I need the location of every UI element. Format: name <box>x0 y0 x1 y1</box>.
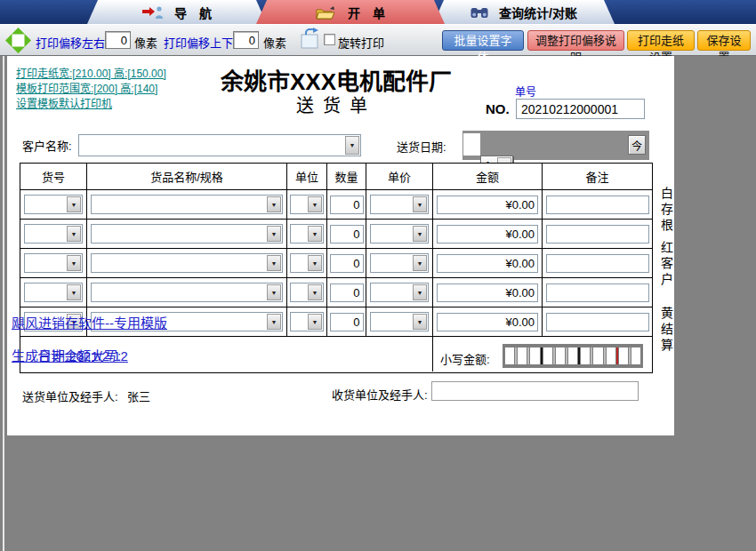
item-no-select[interactable] <box>24 283 83 302</box>
rotate-print-checkbox[interactable] <box>324 34 335 45</box>
col-header-amount: 金额 <box>433 164 543 190</box>
remark-input[interactable] <box>546 283 649 302</box>
customer-label: 客户名称: <box>22 137 72 154</box>
copy-label-yellow-settle: 黄结算 <box>657 307 675 355</box>
unit-price-select[interactable] <box>370 253 429 273</box>
tab-query-stats-label: 查询统计/对账 <box>499 4 577 21</box>
remark-input[interactable] <box>546 196 649 214</box>
tab-bar: 导航 开单 查询统计/对账 <box>0 0 756 24</box>
sender-label: 送货单位及经手人: <box>22 387 118 404</box>
adjust-offset-help-button[interactable]: 调整打印偏移说明 <box>527 30 624 51</box>
generated-date-text: 生成日期:2021/2/12 <box>12 346 128 364</box>
col-header-item-no: 货号 <box>20 164 87 190</box>
totals-right-cell: 小写金额: <box>433 337 652 371</box>
default-printer-link[interactable]: 设置模板默认打印机 <box>16 95 112 110</box>
remark-input[interactable] <box>546 254 649 273</box>
name-spec-select[interactable] <box>91 224 283 244</box>
toolbar: 打印偏移左右 像素 打印偏移上下 像素 旋转打印 批量设置字体 调整打印偏移说明… <box>0 24 756 56</box>
amount-input[interactable] <box>437 313 538 331</box>
delivery-date-label: 送货日期: <box>397 138 446 155</box>
chevron-down-icon <box>413 284 427 300</box>
remark-input[interactable] <box>546 313 649 331</box>
chevron-down-icon <box>267 226 281 242</box>
amount-input[interactable] <box>437 196 538 214</box>
chevron-down-icon <box>413 226 427 242</box>
offset-lr-label: 打印偏移左右 <box>36 34 105 51</box>
unit-select[interactable] <box>290 195 324 214</box>
copy-label-white-stub: 白存根 <box>657 187 675 235</box>
rotate-page-icon <box>300 28 323 54</box>
rotate-print-label: 旋转打印 <box>338 34 384 51</box>
amount-digit-strip <box>503 344 643 368</box>
unit-select[interactable] <box>290 253 324 273</box>
chevron-down-icon <box>267 314 281 330</box>
qty-input[interactable] <box>330 283 364 302</box>
chevron-down-icon <box>67 284 81 300</box>
unit-select[interactable] <box>290 312 324 331</box>
item-no-select[interactable] <box>24 253 83 273</box>
offset-ud-label: 打印偏移上下 <box>164 34 233 51</box>
item-no-select[interactable] <box>24 195 83 214</box>
qty-input[interactable] <box>330 196 364 214</box>
table-header-row: 货号 货品名称/规格 单位 数量 单价 金额 备注 <box>20 164 652 190</box>
watermark-text: 飓风进销存软件--专用模版 <box>12 313 167 331</box>
date-year-patch <box>463 133 480 156</box>
left-edge-highlight <box>3 56 4 551</box>
tab-query-stats[interactable]: 查询统计/对账 <box>433 0 615 24</box>
qty-input[interactable] <box>330 225 364 244</box>
qty-input[interactable] <box>330 254 364 273</box>
customer-select[interactable] <box>78 134 361 156</box>
receiver-input[interactable] <box>431 381 639 401</box>
today-button[interactable]: 今 <box>628 135 646 155</box>
unit-price-select[interactable] <box>370 312 429 331</box>
open-folder-icon <box>316 5 337 20</box>
sender-value: 张三 <box>127 387 150 404</box>
pixel-label-2: 像素 <box>263 34 286 51</box>
chevron-down-icon <box>267 196 281 212</box>
chevron-down-icon <box>413 314 427 330</box>
offset-ud-input[interactable] <box>233 31 259 49</box>
document-page: 打印走纸宽:[210.00] 高:[150.00] 模板打印范围宽:[200] … <box>7 56 674 435</box>
workspace: 打印走纸宽:[210.00] 高:[150.00] 模板打印范围宽:[200] … <box>0 56 756 551</box>
unit-price-select[interactable] <box>370 283 429 302</box>
small-amount-label: 小写金额: <box>440 350 490 367</box>
chevron-down-icon <box>308 284 322 300</box>
chevron-down-icon <box>413 255 427 271</box>
chevron-down-icon <box>67 255 81 271</box>
name-spec-select[interactable] <box>91 283 283 302</box>
unit-select[interactable] <box>290 224 324 244</box>
tab-billing[interactable]: 开单 <box>256 0 445 24</box>
unit-price-select[interactable] <box>370 195 429 214</box>
unit-price-select[interactable] <box>370 224 429 244</box>
chevron-down-icon <box>267 255 281 271</box>
amount-input[interactable] <box>437 283 538 302</box>
name-spec-select[interactable] <box>91 195 283 214</box>
amount-input[interactable] <box>437 254 538 273</box>
col-header-qty: 数量 <box>327 164 366 190</box>
unit-select[interactable] <box>290 283 324 302</box>
chevron-down-icon <box>308 255 322 271</box>
qty-input[interactable] <box>330 313 364 331</box>
chevron-down-icon <box>345 136 359 155</box>
order-no-input[interactable] <box>516 99 645 119</box>
table-row <box>20 190 652 220</box>
tab-navigation[interactable]: 导航 <box>87 0 267 24</box>
name-spec-select[interactable] <box>91 253 283 273</box>
offset-lr-input[interactable] <box>105 31 131 49</box>
copy-label-red-customer: 红客户 <box>657 241 675 289</box>
amount-input[interactable] <box>437 225 538 244</box>
col-header-remark: 备注 <box>543 164 652 190</box>
save-settings-button[interactable]: 保存设置 <box>697 30 751 51</box>
table-row <box>20 278 652 307</box>
items-table: 货号 货品名称/规格 单位 数量 单价 金额 备注 <box>20 163 653 373</box>
chevron-down-icon <box>267 284 281 300</box>
table-row <box>20 220 652 249</box>
chevron-down-icon <box>413 196 427 212</box>
chevron-down-icon <box>67 196 81 212</box>
paper-feed-settings-button[interactable]: 打印走纸设置 <box>627 30 695 51</box>
item-no-select[interactable] <box>24 224 83 244</box>
remark-input[interactable] <box>546 225 649 244</box>
table-row <box>20 249 652 278</box>
col-header-price: 单价 <box>366 164 433 190</box>
batch-font-button[interactable]: 批量设置字体 <box>442 30 524 51</box>
